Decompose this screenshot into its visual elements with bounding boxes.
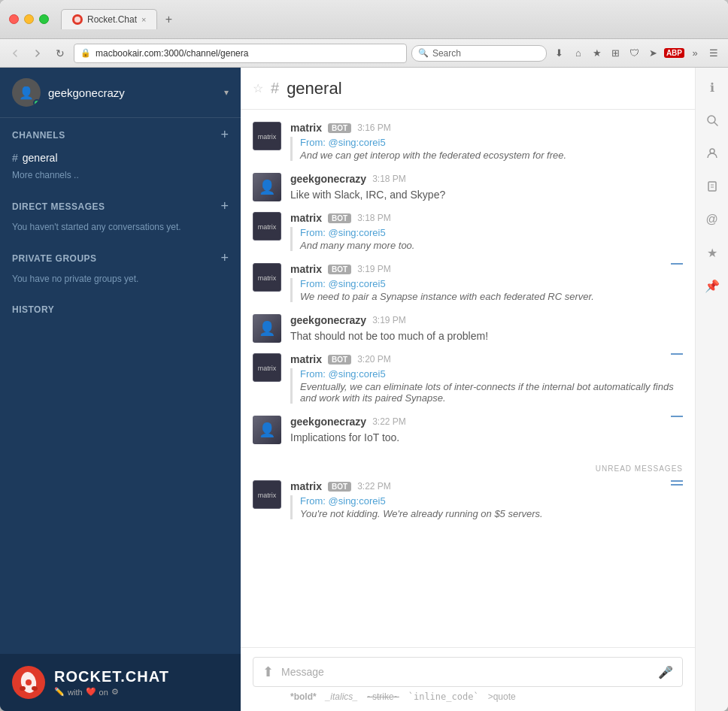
abp-button[interactable]: ABP [664,48,684,58]
active-tab[interactable]: Rocket.Chat × [61,9,157,29]
menu-dash-icon [671,416,683,417]
tagline-on: on [99,688,108,697]
mentions-icon[interactable]: @ [700,207,724,231]
send-icon[interactable]: ➤ [645,45,662,62]
message-header: geekgonecrazy 3:19 PM [290,314,683,326]
message-header: matrix BOT 3:16 PM [290,122,683,134]
quote-text: You're not kidding. We're already runnin… [300,508,683,519]
add-pg-button[interactable]: + [220,250,229,266]
sender-name: matrix [290,353,322,365]
message-input[interactable]: Message [281,666,651,678]
strike-hint: ~strike~ [367,691,399,702]
message-content: matrix BOT 3:16 PM From: @sing:corei5 An… [290,122,683,164]
url-text: macbookair.com:3000/channel/genera [96,48,400,59]
shield-icon[interactable]: 🛡 [626,45,643,62]
channel-hash-icon: # [12,152,18,164]
message-menu[interactable] [671,480,683,486]
private-groups-section: PRIVATE GROUPS + You have no private gro… [0,241,241,293]
message-group: matrix matrix BOT 3:20 PM From: @sing:co… [253,353,683,407]
grid-icon[interactable]: ⊞ [608,45,624,62]
brand-tagline: ✏️ with ❤️ on ⚙ [54,687,169,697]
message-menu[interactable] [671,263,683,265]
tagline-heart-icon: ❤️ [86,687,96,697]
history-section: HISTORY [0,293,241,316]
browser-search-bar[interactable]: 🔍 Search [411,45,547,62]
home-icon[interactable]: ⌂ [570,45,587,62]
message-content: matrix BOT 3:19 PM From: @sing:corei5 We… [290,263,683,305]
toolbar-icons: ⬇ ⌂ ★ ⊞ 🛡 ➤ ABP » ☰ [551,45,722,62]
tab-close-button[interactable]: × [141,15,146,24]
history-label[interactable]: HISTORY [12,304,54,315]
main-chat-area: ☆ # general matrix matrix BOT 3:16 PM [241,68,695,711]
sidebar-footer: ROCKET.CHAT ✏️ with ❤️ on ⚙ [0,654,241,711]
quote-hint: >quote [488,691,516,702]
svg-point-8 [710,149,714,153]
search-icon: 🔍 [418,48,429,58]
minimize-button[interactable] [24,14,34,24]
message-group: matrix matrix BOT 3:22 PM From: @sing:co… [253,480,683,522]
message-input-area: ⬆ Message 🎤 *bold* _italics_ ~strike~ `i… [241,647,695,711]
online-status-indicator [33,99,41,107]
brand-info: ROCKET.CHAT ✏️ with ❤️ on ⚙ [54,668,169,697]
members-icon[interactable] [700,141,724,165]
close-button[interactable] [9,14,19,24]
more-button[interactable]: » [687,45,703,62]
menu-dash-icon [671,263,683,265]
message-content: geekgonecrazy 3:19 PM That should not be… [290,314,683,344]
svg-line-7 [714,123,717,126]
message-time: 3:18 PM [372,174,406,184]
info-icon[interactable]: ℹ [700,75,724,99]
message-time: 3:22 PM [372,416,406,427]
tagline-github-icon: ⚙ [111,687,119,697]
add-dm-button[interactable]: + [220,198,229,214]
channel-item-general[interactable]: # general [12,149,229,167]
quote-from: From: @sing:corei5 [300,227,683,238]
download-icon[interactable]: ⬇ [551,45,568,62]
rocket-logo-icon [12,666,45,699]
upload-icon[interactable]: ⬆ [262,664,274,680]
quote-from: From: @sing:corei5 [300,495,683,507]
user-menu-chevron[interactable]: ▾ [224,87,229,98]
avatar-user: 👤 [253,314,281,343]
url-bar[interactable]: 🔒 macbookair.com:3000/channel/genera [74,44,407,63]
quoted-message: From: @sing:corei5 You're not kidding. W… [290,495,683,519]
tab-favicon [72,14,83,25]
sidebar-header: 👤 geekgonecrazy ▾ [0,68,241,118]
svg-rect-9 [708,182,716,191]
message-header: geekgonecrazy 3:18 PM [290,173,683,185]
avatar-matrix: matrix [253,353,281,382]
files-icon[interactable] [700,174,724,198]
back-button[interactable] [6,44,24,62]
user-info: 👤 geekgonecrazy [12,78,125,107]
forward-button[interactable] [29,44,47,62]
message-menu[interactable] [671,353,683,355]
quote-text: Eventually, we can eliminate lots of int… [300,381,683,404]
message-header: geekgonecrazy 3:22 PM [290,416,683,428]
pg-empty-text: You have no private groups yet. [12,272,229,293]
maximize-button[interactable] [39,14,49,24]
starred-icon[interactable]: ★ [700,241,724,265]
dm-section-title: DIRECT MESSAGES [12,201,105,212]
message-menu[interactable] [671,416,683,417]
user-avatar[interactable]: 👤 [12,78,41,107]
message-group: 👤 geekgonecrazy 3:19 PM That should not … [253,314,683,344]
unread-label: UNREAD MESSAGES [596,464,683,473]
message-content: geekgonecrazy 3:22 PM Implications for I… [290,416,683,446]
microphone-icon[interactable]: 🎤 [658,665,673,679]
menu-button[interactable]: ☰ [705,45,722,62]
search-icon[interactable] [700,108,724,132]
more-channels-link[interactable]: More channels .. [12,167,229,189]
tagline-pencil-icon: ✏️ [54,687,65,697]
reload-button[interactable]: ↻ [51,44,69,62]
message-time: 3:16 PM [357,123,391,133]
new-tab-button[interactable]: + [160,11,177,28]
add-channel-button[interactable]: + [220,127,229,143]
message-header: matrix BOT 3:22 PM [290,480,683,492]
quote-from: From: @sing:corei5 [300,278,683,289]
message-content: matrix BOT 3:22 PM From: @sing:corei5 Yo… [290,480,683,522]
star-channel-button[interactable]: ☆ [253,81,263,95]
bookmark-icon[interactable]: ★ [589,45,605,62]
pinned-icon[interactable]: 📌 [700,274,724,298]
message-group: 👤 geekgonecrazy 3:18 PM Like with Slack,… [253,173,683,203]
italic-hint: _italics_ [326,691,358,702]
